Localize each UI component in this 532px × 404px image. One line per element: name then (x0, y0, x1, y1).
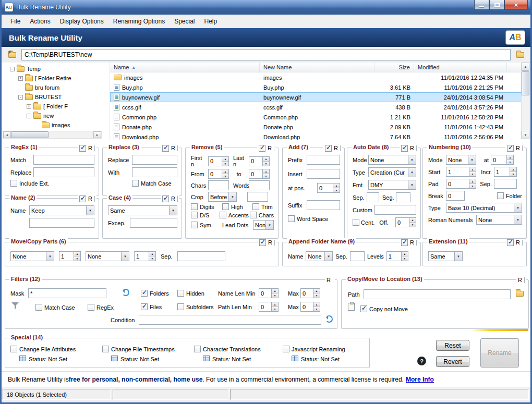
tree-item-folder-retire[interactable]: +[ Folder Retire (3, 74, 107, 83)
menu-item-special[interactable]: Special (170, 16, 199, 27)
spin-up-button[interactable]: ▲ (333, 183, 340, 188)
tree-expander[interactable]: + (18, 76, 23, 81)
spin-up-button[interactable]: ▲ (409, 218, 416, 223)
regex-enable-checkbox[interactable] (79, 145, 86, 152)
file-row[interactable]: ccss.gif ccss.gif 438 B 24/01/2014 3:57:… (110, 102, 522, 112)
name-input[interactable] (29, 218, 94, 228)
maximize-button[interactable] (489, 0, 504, 10)
move-copy-count1-spinner[interactable]: 1▲▼ (59, 251, 81, 261)
move-copy-mode2-select[interactable]: None▼ (86, 251, 129, 261)
hidden-checkbox[interactable] (177, 290, 184, 297)
chevron-down-icon[interactable]: ▼ (46, 252, 54, 261)
regex-reset-button[interactable]: R (88, 145, 92, 151)
reset-button[interactable]: Reset (436, 340, 469, 351)
chevron-down-icon[interactable]: ▼ (408, 155, 416, 164)
at-pos-spinner[interactable]: 0▲▼ (317, 183, 340, 193)
copy-path-input[interactable] (364, 289, 511, 299)
mask-input[interactable] (28, 288, 106, 298)
move-copy-sep-input[interactable] (177, 251, 225, 261)
trim-checkbox[interactable] (252, 203, 259, 210)
move-copy-count2-spinner[interactable]: 1▲▼ (134, 251, 156, 261)
custom-input[interactable] (374, 205, 416, 215)
name-mode-select[interactable]: Keep▼ (29, 205, 94, 215)
name-len-max-spinner[interactable]: 0▲▼ (300, 288, 320, 298)
spin-down-button[interactable]: ▼ (507, 160, 513, 164)
subfolders-checkbox[interactable] (177, 303, 184, 310)
case-mode-select[interactable]: Same▼ (108, 205, 177, 215)
chevron-down-icon[interactable]: ▼ (86, 206, 94, 215)
crop-input[interactable] (247, 192, 268, 202)
chevron-down-icon[interactable]: ▼ (121, 252, 129, 261)
tree-item-folder-f[interactable]: +[ Folder F (3, 102, 107, 111)
path-input[interactable] (21, 49, 511, 60)
break-input[interactable] (446, 191, 465, 201)
extension-reset-button[interactable]: R (516, 239, 520, 246)
folders-checkbox[interactable] (141, 290, 148, 297)
menu-item-actions[interactable]: Actions (25, 16, 55, 27)
file-row[interactable]: Donate.php Donate.php 2.09 KB 11/01/2016… (110, 122, 522, 132)
digits-checkbox[interactable] (191, 203, 198, 210)
spin-down-button[interactable]: ▼ (222, 162, 228, 166)
file-row[interactable]: Buy.php Buy.php 3.61 KB 11/01/2016 2:21:… (110, 82, 522, 92)
spin-up-button[interactable]: ▲ (313, 289, 320, 293)
scrollbar-thumb[interactable] (11, 131, 49, 138)
filters-reset-button[interactable]: R (327, 277, 331, 283)
pad-spinner[interactable]: 0▲▼ (446, 179, 476, 189)
spin-up-button[interactable]: ▲ (402, 252, 408, 256)
spin-up-button[interactable]: ▲ (507, 155, 513, 160)
high-checkbox[interactable] (222, 203, 229, 210)
spin-down-button[interactable]: ▼ (510, 172, 516, 176)
name-reset-button[interactable]: R (88, 195, 92, 202)
replace-reset-button[interactable]: R (171, 145, 175, 151)
spin-up-button[interactable]: ▲ (313, 302, 320, 307)
crop-mode-select[interactable]: Before▼ (208, 192, 237, 202)
spin-down-button[interactable]: ▼ (272, 307, 278, 311)
with-input[interactable] (132, 167, 177, 177)
spin-up-button[interactable]: ▲ (222, 157, 228, 162)
extension-mode-select[interactable]: Same▼ (428, 251, 463, 261)
paste-path-icon[interactable] (348, 303, 355, 311)
tree-expander[interactable]: - (27, 114, 31, 118)
insert-input[interactable] (307, 169, 340, 179)
spin-down-button[interactable]: ▼ (272, 293, 278, 298)
spin-down-button[interactable]: ▼ (313, 293, 320, 298)
off-spinner[interactable]: 0▲▼ (395, 217, 416, 227)
javascript-renaming-checkbox[interactable] (283, 346, 289, 352)
tree-expander[interactable]: + (27, 104, 31, 109)
lead-dots-select[interactable]: Non▼ (253, 220, 274, 230)
file-row[interactable]: images images 11/01/2016 12:24:35 PM (110, 72, 522, 82)
roman-numerals-select[interactable]: None▼ (476, 215, 522, 225)
spin-down-button[interactable]: ▼ (469, 184, 476, 188)
case-reset-button[interactable]: R (171, 195, 175, 202)
tree-item-temp[interactable]: -Temp (3, 64, 107, 74)
spin-up-button[interactable]: ▲ (469, 179, 476, 184)
incr-spinner[interactable]: 1▲▼ (494, 167, 517, 177)
refresh-icon[interactable] (325, 315, 333, 323)
first-n-spinner[interactable]: 0▲▼ (208, 156, 229, 166)
more-info-link[interactable]: More Info (406, 376, 434, 383)
numbering-sep-input[interactable] (494, 179, 517, 189)
scroll-down-button[interactable]: ▼ (522, 131, 529, 139)
change-folder-button[interactable] (6, 50, 18, 60)
replace-input[interactable] (132, 155, 177, 165)
add-enable-checkbox[interactable] (325, 145, 332, 152)
at-spinner[interactable]: 0▲▼ (491, 155, 514, 165)
spin-down-button[interactable]: ▼ (263, 174, 269, 178)
append-folder-sep-input[interactable] (350, 251, 365, 261)
spin-down-button[interactable]: ▼ (149, 256, 155, 261)
replace-enable-checkbox[interactable] (162, 145, 169, 152)
case-enable-checkbox[interactable] (162, 195, 169, 202)
chevron-down-icon[interactable]: ▼ (408, 180, 416, 189)
autodate-fmt-select[interactable]: DMY▼ (368, 180, 416, 190)
append-folder-reset-button[interactable]: R (410, 239, 414, 246)
spin-up-button[interactable]: ▲ (272, 302, 278, 307)
folder-checkbox[interactable] (497, 192, 504, 199)
remove-enable-checkbox[interactable] (259, 145, 265, 152)
match-case-checkbox[interactable] (132, 180, 139, 187)
spin-up-button[interactable]: ▲ (263, 157, 269, 162)
move-copy-enable-checkbox[interactable] (259, 239, 266, 246)
minimize-button[interactable] (474, 0, 489, 10)
levels-spinner[interactable]: 1▲▼ (386, 251, 408, 261)
browse-folder-button[interactable] (514, 50, 526, 60)
auto-date-enable-checkbox[interactable] (401, 145, 408, 152)
